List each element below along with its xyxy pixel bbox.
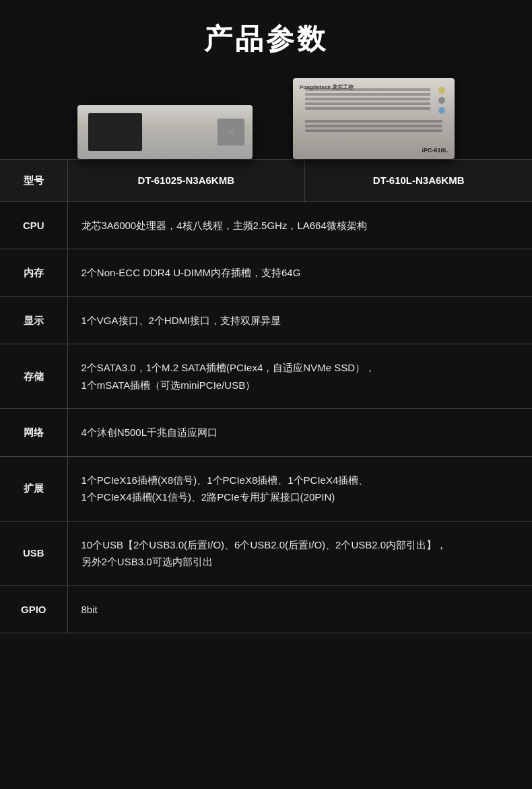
server-2u-image: DT <box>77 105 253 159</box>
page-title: 产品参数 <box>0 20 532 58</box>
led-button <box>438 107 445 114</box>
server-brand-label: Pongtintech 龙芯工控 <box>300 84 354 91</box>
bvent-1 <box>305 120 442 123</box>
server-buttons <box>438 87 445 114</box>
bvent-3 <box>305 129 442 132</box>
vent-2 <box>305 93 430 96</box>
bottom-vents <box>300 120 448 132</box>
table-row: 存储2个SATA3.0，1个M.2 SATA插槽(PCIex4，自适应NVMe … <box>0 344 532 409</box>
server-4u-image: Pongtintech 龙芯工控 <box>293 78 455 159</box>
server-vents <box>300 87 436 114</box>
vent-3 <box>305 98 430 100</box>
header-model1: DT-61025-N3A6KMB <box>67 160 305 202</box>
table-row: USB10个USB【2个USB3.0(后置I/O)、6个USB2.0(后置I/O… <box>0 521 532 586</box>
server-model-label: iPC-610L <box>422 147 448 154</box>
table-row: 显示1个VGA接口、2个HDMI接口，支持双屏异显 <box>0 296 532 344</box>
server-badge: DT <box>218 119 244 146</box>
row-label-0: CPU <box>0 201 67 249</box>
row-label-2: 显示 <box>0 296 67 344</box>
row-label-3: 存储 <box>0 344 67 409</box>
row-label-6: USB <box>0 521 67 586</box>
page-container: 产品参数 DT Pongtintech 龙芯工控 <box>0 0 532 660</box>
row-value-5: 1个PCIeX16插槽(X8信号)、1个PCIeX8插槽、1个PCIeX4插槽、… <box>67 456 532 521</box>
power-button <box>438 87 445 94</box>
bvent-2 <box>305 125 442 127</box>
table-row: GPIO8bit <box>0 586 532 633</box>
row-value-1: 2个Non-ECC DDR4 U-DIMM内存插槽，支持64G <box>67 249 532 297</box>
row-label-4: 网络 <box>0 409 67 457</box>
reset-button <box>438 97 445 104</box>
row-value-3: 2个SATA3.0，1个M.2 SATA插槽(PCIex4，自适应NVMe SS… <box>67 344 532 409</box>
vent-4 <box>305 102 430 105</box>
row-value-4: 4个沐创N500L千兆自适应网口 <box>67 409 532 457</box>
table-row: 网络4个沐创N500L千兆自适应网口 <box>0 409 532 457</box>
row-value-0: 龙芯3A6000处理器，4核八线程，主频2.5GHz，LA664微核架构 <box>67 201 532 249</box>
table-row: CPU龙芯3A6000处理器，4核八线程，主频2.5GHz，LA664微核架构 <box>0 201 532 249</box>
vent-5 <box>305 107 430 110</box>
header-label: 型号 <box>0 160 67 202</box>
product-image-1: DT <box>77 105 253 159</box>
table-row: 扩展1个PCIeX16插槽(X8信号)、1个PCIeX8插槽、1个PCIeX4插… <box>0 456 532 521</box>
row-value-6: 10个USB【2个USB3.0(后置I/O)、6个USB2.0(后置I/O)、2… <box>67 521 532 586</box>
row-label-5: 扩展 <box>0 456 67 521</box>
product-image-2: Pongtintech 龙芯工控 <box>293 78 455 159</box>
row-value-2: 1个VGA接口、2个HDMI接口，支持双屏异显 <box>67 296 532 344</box>
table-row: 内存2个Non-ECC DDR4 U-DIMM内存插槽，支持64G <box>0 249 532 297</box>
row-label-7: GPIO <box>0 586 67 633</box>
row-label-1: 内存 <box>0 249 67 297</box>
row-value-7: 8bit <box>67 586 532 633</box>
product-images: DT Pongtintech 龙芯工控 <box>0 78 532 159</box>
header-row: 型号 DT-61025-N3A6KMB DT-610L-N3A6KMB <box>0 160 532 202</box>
header-model2: DT-610L-N3A6KMB <box>305 160 532 202</box>
spec-table: 型号 DT-61025-N3A6KMB DT-610L-N3A6KMB CPU龙… <box>0 159 532 633</box>
